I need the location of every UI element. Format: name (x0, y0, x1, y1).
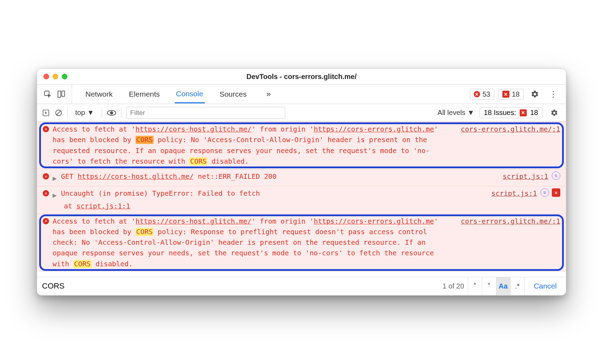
source-link[interactable]: script.js:1 (503, 171, 548, 182)
error-icon: ✕ (43, 190, 49, 196)
stack-frame: at script.js:1:1 (43, 201, 560, 212)
tabs-overflow-icon[interactable]: » (267, 90, 271, 99)
source-link[interactable]: cors-errors.glitch.me/:1 (461, 124, 560, 135)
divider (121, 108, 121, 118)
levels-label: All levels (437, 109, 465, 116)
source-link[interactable]: script.js:1 (491, 188, 537, 199)
live-expression-icon[interactable] (107, 109, 116, 116)
network-link-icon[interactable]: ⇅ (541, 188, 549, 197)
console-error-message[interactable]: ✕ Access to fetch at 'https://cors-host.… (37, 214, 566, 272)
error-icon: ✕ (43, 126, 49, 132)
window-title: DevTools - cors-errors.glitch.me/ (37, 73, 566, 81)
divider (102, 108, 102, 118)
error-icon: ✕ (474, 91, 480, 97)
error-count-badge[interactable]: ✕ 53 (470, 89, 494, 100)
issue-icon: ✕ (502, 91, 509, 98)
device-toolbar-icon[interactable] (57, 90, 65, 98)
error-count: 53 (483, 90, 490, 98)
issues-count: 18 (512, 90, 520, 98)
tab-network[interactable]: Network (84, 86, 114, 103)
main-tabs-row: Network Elements Console Sources » ✕ 53 … (37, 85, 566, 104)
search-result-count: 1 of 20 (439, 282, 467, 290)
regex-button[interactable]: .* (510, 277, 524, 295)
source-link[interactable]: script.js:1:1 (76, 202, 130, 210)
cancel-button[interactable]: Cancel (524, 277, 566, 295)
blank-space (37, 272, 566, 277)
console-messages: ✕ Access to fetch at 'https://cors-host.… (37, 122, 566, 277)
issues-count-badge[interactable]: ✕ 18 (498, 89, 524, 100)
message-text: Access to fetch at 'https://cors-host.gl… (53, 216, 450, 269)
message-text: Access to fetch at 'https://cors-host.gl… (53, 124, 450, 167)
toggle-sidebar-icon[interactable] (42, 109, 50, 117)
expand-caret-icon[interactable]: ▶ (53, 173, 57, 184)
url-link[interactable]: https://cors-host.glitch.me/ (78, 172, 194, 181)
tab-sources[interactable]: Sources (218, 86, 248, 103)
message-text: GET https://cors-host.glitch.me/ net::ER… (61, 171, 492, 182)
tab-elements[interactable]: Elements (127, 86, 161, 103)
search-next-button[interactable]: ˅ (482, 277, 496, 295)
url-link[interactable]: https://cors-errors.glitch.me (314, 125, 434, 133)
search-prev-button[interactable]: ˄ (468, 277, 482, 295)
error-icon: ✕ (43, 173, 49, 180)
search-highlight: CORS (136, 228, 154, 236)
svg-rect-2 (62, 91, 65, 96)
console-error-message[interactable]: ✕ Access to fetch at 'https://cors-host.… (37, 122, 566, 169)
issues-counter[interactable]: 18 Issues: ✕ 18 (479, 107, 543, 118)
url-link[interactable]: https://cors-host.glitch.me/ (136, 125, 252, 133)
svg-point-7 (110, 111, 113, 114)
search-input[interactable] (37, 277, 439, 295)
search-highlight: CORS (136, 136, 154, 144)
svg-line-5 (57, 111, 61, 115)
source-link[interactable]: cors-errors.glitch.me/:1 (461, 216, 560, 227)
titlebar: DevTools - cors-errors.glitch.me/ (37, 69, 566, 85)
console-toolbar: top ▼ All levels ▼ 18 Issues: ✕ 18 (37, 104, 566, 122)
url-link[interactable]: https://cors-host.glitch.me/ (136, 217, 252, 225)
more-menu-icon[interactable]: ⋮ (546, 89, 560, 99)
chevron-down-icon: ▼ (87, 109, 94, 117)
issue-icon: ✕ (520, 109, 527, 116)
search-highlight: CORS (73, 260, 91, 268)
error-icon: ✕ (43, 218, 49, 224)
search-highlight: CORS (189, 157, 207, 165)
clear-console-icon[interactable] (55, 109, 62, 117)
expand-caret-icon[interactable]: ▶ (53, 190, 57, 201)
tab-console[interactable]: Console (175, 85, 205, 103)
issues-label: 18 Issues: (484, 109, 516, 117)
svg-rect-1 (58, 91, 61, 97)
message-text: Uncaught (in promise) TypeError: Failed … (61, 188, 481, 199)
devtools-window: DevTools - cors-errors.glitch.me/ Networ… (37, 68, 566, 296)
log-levels-selector[interactable]: All levels ▼ (437, 109, 474, 117)
console-error-message[interactable]: ✕ ▶ Uncaught (in promise) TypeError: Fai… (37, 186, 566, 213)
inspect-element-icon[interactable] (43, 90, 52, 98)
console-error-message[interactable]: ✕ ▶ GET https://cors-host.glitch.me/ net… (37, 169, 566, 186)
match-case-button[interactable]: Aa (496, 277, 510, 295)
settings-gear-icon[interactable] (528, 90, 542, 98)
network-link-icon[interactable]: ⇅ (552, 171, 560, 180)
issue-link-icon[interactable]: ✕ (552, 188, 560, 197)
context-label: top (75, 109, 85, 117)
search-bar: 1 of 20 ˄ ˅ Aa .* Cancel (37, 277, 566, 295)
divider (67, 108, 68, 118)
context-selector[interactable]: top ▼ (73, 108, 97, 118)
issues-num: 18 (530, 109, 538, 117)
console-settings-icon[interactable] (548, 109, 561, 117)
url-link[interactable]: https://cors-errors.glitch.me (314, 217, 434, 225)
filter-input[interactable] (126, 107, 285, 119)
